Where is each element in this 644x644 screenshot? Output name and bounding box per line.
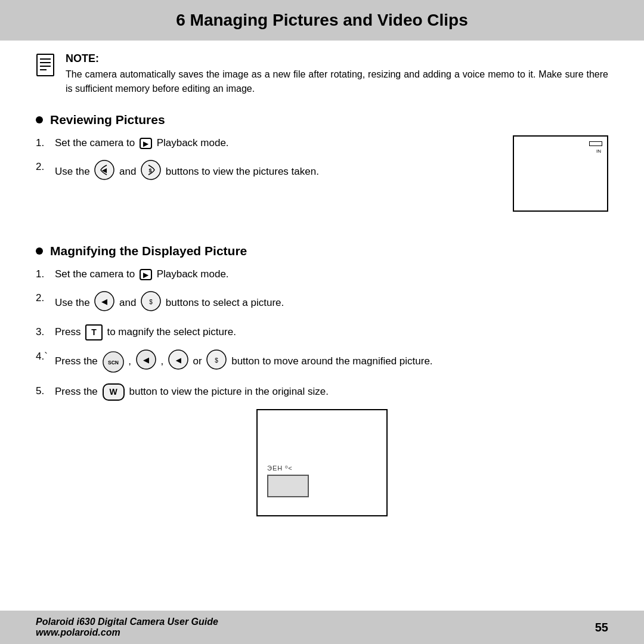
w-button-icon: W (103, 383, 125, 401)
nav-left-icon-2: ◀ (94, 290, 115, 317)
camera-display-image: IN (513, 135, 608, 212)
scn-button-icon: SCN (102, 351, 125, 373)
bottom-display-rect (267, 475, 309, 497)
bottom-display-status-text: ЭЕН ⁰< (267, 465, 377, 472)
mag-step-num-4: 4.` (36, 349, 55, 364)
section-reviewing-pictures: Reviewing Pictures 1. Set the camera to … (36, 113, 608, 230)
bottom-image-container: ЭЕН ⁰< (36, 409, 608, 516)
page-header: 6 Managing Pictures and Video Clips (0, 0, 644, 41)
step-num: 1. (36, 135, 55, 151)
mag-step-3: 3. Press T to magnify the select picture… (36, 324, 608, 340)
mag-step-content-3: Press T to magnify the select picture. (55, 324, 608, 340)
section-title-magnifying: Magnifying the Displayed Picture (50, 244, 247, 258)
page-footer: Polaroid i630 Digital Camera User Guide … (0, 611, 644, 644)
steps-list-magnifying: 1. Set the camera to Playback mode. 2. U… (36, 267, 608, 401)
right-arrow-icon: $ (206, 349, 227, 375)
mag-step-5: 5. Press the W button to view the pictur… (36, 383, 608, 401)
mag-step-num-2: 2. (36, 290, 55, 306)
left-arrow-icon: ◀ (168, 349, 189, 375)
note-content: NOTE: The camera automatically saves the… (66, 52, 608, 96)
mag-step-num-3: 3. (36, 324, 55, 340)
page-title: 6 Managing Pictures and Video Clips (176, 11, 468, 29)
footer-website: www.polaroid.com (36, 627, 218, 638)
playback-mode-icon (140, 138, 152, 149)
mag-step-4: 4.` Press the SCN , (36, 349, 608, 375)
step-1-reviewing: 1. Set the camera to Playback mode. (36, 135, 501, 151)
svg-text:$: $ (149, 168, 152, 174)
main-content: NOTE: The camera automatically saves the… (0, 52, 644, 611)
camera-display-box: IN (513, 135, 608, 212)
svg-text:◀: ◀ (175, 357, 181, 364)
section-header-reviewing: Reviewing Pictures (36, 113, 608, 127)
svg-text:SCN: SCN (108, 360, 119, 366)
display-small-rect (589, 141, 602, 146)
note-box: NOTE: The camera automatically saves the… (36, 52, 608, 96)
steps-list-reviewing: 1. Set the camera to Playback mode. 2. (36, 135, 501, 185)
svg-text:$: $ (149, 299, 153, 305)
section-text-reviewing: 1. Set the camera to Playback mode. 2. (36, 135, 501, 193)
bottom-display-inner: ЭЕН ⁰< (267, 465, 377, 497)
footer-guide-title: Polaroid i630 Digital Camera User Guide (36, 617, 218, 627)
note-label: NOTE: (66, 52, 608, 65)
nav-right-icon-2: $ (140, 290, 162, 317)
mag-step-2: 2. Use the ◀ and (36, 290, 608, 317)
bullet-icon-2 (36, 247, 43, 255)
s-button-icon: ◀ (135, 349, 157, 375)
step-num-2: 2. (36, 159, 55, 175)
mag-step-1: 1. Set the camera to Playback mode. (36, 267, 608, 282)
bottom-display-box: ЭЕН ⁰< (256, 409, 388, 516)
mag-step-num-5: 5. (36, 383, 55, 399)
step-content-2: Use the ◀ and (55, 159, 501, 185)
section-title-reviewing: Reviewing Pictures (50, 113, 165, 127)
note-text: The camera automatically saves the image… (66, 67, 608, 96)
mag-step-content-5: Press the W button to view the picture i… (55, 383, 608, 401)
step-content: Set the camera to Playback mode. (55, 135, 501, 151)
bullet-icon (36, 116, 43, 123)
nav-right-icon: $ (140, 159, 162, 185)
section-with-image: 1. Set the camera to Playback mode. 2. (36, 135, 608, 212)
playback-mode-icon-2 (140, 269, 152, 280)
svg-text:◀: ◀ (143, 355, 149, 364)
svg-rect-0 (37, 54, 54, 76)
mag-step-content-4: Press the SCN , ◀ (55, 349, 608, 375)
t-button-icon: T (85, 324, 103, 340)
section-header-magnifying: Magnifying the Displayed Picture (36, 244, 608, 258)
svg-text:◀: ◀ (101, 297, 107, 306)
page-container: 6 Managing Pictures and Video Clips NOTE… (0, 0, 644, 644)
mag-step-content-2: Use the ◀ and $ (55, 290, 608, 317)
step-2-reviewing: 2. Use the ◀ (36, 159, 501, 185)
svg-text:$: $ (215, 357, 219, 364)
display-in-text: IN (596, 148, 601, 154)
footer-page-number: 55 (595, 621, 608, 634)
mag-step-content-1: Set the camera to Playback mode. (55, 267, 608, 282)
footer-left: Polaroid i630 Digital Camera User Guide … (36, 617, 218, 638)
note-icon (36, 54, 57, 79)
nav-left-icon: ◀ (94, 159, 115, 185)
mag-step-num-1: 1. (36, 267, 55, 282)
section-magnifying: Magnifying the Displayed Picture 1. Set … (36, 244, 608, 528)
svg-text:◀: ◀ (101, 167, 107, 174)
